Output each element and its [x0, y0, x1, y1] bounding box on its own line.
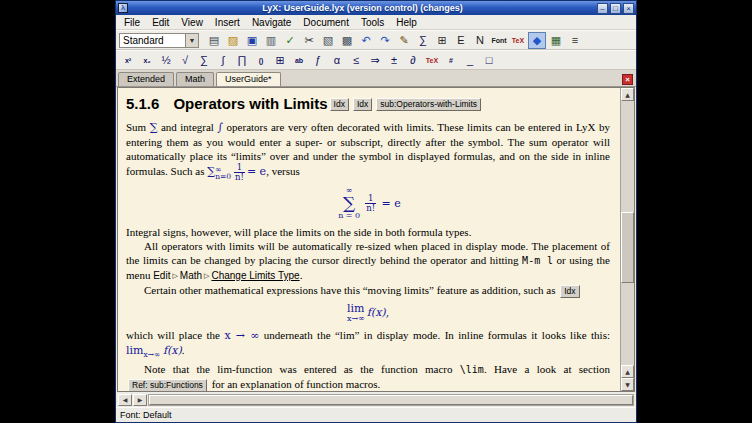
scroll-up-icon[interactable]: ▲ — [621, 88, 634, 101]
undo-icon[interactable]: ↶ — [357, 32, 375, 49]
insert-table-icon[interactable]: ⊞ — [433, 32, 451, 49]
font-dialog-icon[interactable]: Font — [490, 32, 508, 49]
spellcheck-icon[interactable]: ✓ — [281, 32, 299, 49]
desktop-background: λ LyX: UserGuide.lyx (version control) (… — [0, 0, 752, 423]
toolbar-math-icons: x²x₂½√∑∫∏()⊞abƒα≤⇒±∂TeX#_□ — [119, 52, 498, 69]
vertical-scrollbar[interactable]: ▲ ▲ ▼ — [620, 88, 634, 391]
matrix-icon[interactable]: ⊞ — [271, 52, 289, 69]
math-macro-icon[interactable]: ab — [290, 52, 308, 69]
close-button[interactable]: × — [623, 3, 634, 14]
vertical-scroll-track[interactable] — [621, 101, 634, 365]
display-formula[interactable]: limx→∞f(x), — [126, 303, 610, 323]
paragraph[interactable]: Note that the lim-function was entered a… — [126, 362, 610, 391]
tab-userguide[interactable]: UserGuide* — [216, 72, 281, 86]
paste-icon[interactable]: ▩ — [338, 32, 356, 49]
section-heading[interactable]: 5.1.6Operators with LimitsIdxIdxsub:Oper… — [126, 95, 610, 113]
scroll-right-icon[interactable]: ▶ — [133, 394, 147, 406]
misc-symbols-icon[interactable]: ∂ — [404, 52, 422, 69]
equation-number-icon[interactable]: # — [442, 52, 460, 69]
titlebar[interactable]: λ LyX: UserGuide.lyx (version control) (… — [116, 1, 636, 15]
math-panel-icon[interactable]: ◆ — [528, 32, 546, 49]
section-title: Operators with Limits — [173, 95, 327, 112]
tex-mode-icon[interactable]: TeX — [509, 32, 527, 49]
cut-icon[interactable]: ✂ — [300, 32, 318, 49]
noun-icon[interactable]: N — [471, 32, 489, 49]
toolbar-main: Standard ▼ ▤▨▣▥✓✂▧▩↶↷✎∑⊞ENFontTeX◆▦≡ — [116, 30, 636, 50]
emphasis-icon[interactable]: E — [452, 32, 470, 49]
fraction-icon[interactable]: ½ — [157, 52, 175, 69]
paragraph-style-value: Standard — [120, 35, 185, 46]
insert-math-icon[interactable]: ∑ — [414, 32, 432, 49]
section-number: 5.1.6 — [126, 95, 159, 112]
paragraph[interactable]: All operators with limits will be automa… — [126, 239, 610, 283]
display-toggle-icon[interactable]: □ — [480, 52, 498, 69]
lyx-window: λ LyX: UserGuide.lyx (version control) (… — [115, 0, 637, 423]
edit-icon[interactable]: ✎ — [395, 32, 413, 49]
delimiters-icon[interactable]: () — [252, 52, 270, 69]
menu-insert[interactable]: Insert — [209, 17, 246, 28]
frac: 1n! — [234, 163, 245, 182]
new-document-icon[interactable]: ▤ — [205, 32, 223, 49]
underop: limx→∞ — [347, 303, 365, 323]
subscript-icon[interactable]: x₂ — [138, 52, 156, 69]
menu-document[interactable]: Document — [297, 17, 355, 28]
toc-icon[interactable]: ≡ — [566, 32, 584, 49]
inset-badge[interactable]: Ref: sub:Functions — [128, 379, 207, 391]
status-text: Font: Default — [120, 410, 172, 420]
display-formula[interactable]: ∞∑n = 01n! = e — [126, 187, 610, 220]
integral-icon[interactable]: ∫ — [214, 52, 232, 69]
arrows-icon[interactable]: ⇒ — [366, 52, 384, 69]
document-body[interactable]: 5.1.6Operators with LimitsIdxIdxsub:Oper… — [118, 88, 620, 391]
relations-icon[interactable]: ≤ — [347, 52, 365, 69]
scroll-left-icon[interactable]: ◀ — [118, 394, 132, 406]
menu-tools[interactable]: Tools — [355, 17, 390, 28]
menu-navigate[interactable]: Navigate — [246, 17, 297, 28]
paragraph[interactable]: Integral signs, however, will place the … — [126, 225, 610, 239]
tex-code-icon[interactable]: TeX — [423, 52, 441, 69]
print-icon[interactable]: ▥ — [262, 32, 280, 49]
paragraph[interactable]: Certain other mathematical expressions h… — [126, 283, 610, 298]
frac: 1n! — [365, 194, 376, 213]
square-root-icon[interactable]: √ — [176, 52, 194, 69]
vertical-scroll-thumb[interactable] — [621, 212, 634, 283]
menu-help[interactable]: Help — [390, 17, 423, 28]
save-icon[interactable]: ▣ — [243, 32, 261, 49]
scroll-down-icon[interactable]: ▼ — [621, 378, 634, 391]
inset-badge[interactable]: sub:Operators-with-Limits — [376, 98, 481, 111]
tab-math[interactable]: Math — [176, 72, 214, 86]
inset-badge[interactable]: Idx — [330, 98, 349, 111]
inset-badge[interactable]: Idx — [353, 98, 372, 111]
menu-edit[interactable]: Edit — [146, 17, 175, 28]
horizontal-scroll-thumb[interactable] — [149, 395, 633, 405]
mstack: ∞n=0 — [215, 166, 231, 180]
paragraph[interactable]: which will place the x → ∞ underneath th… — [126, 328, 610, 362]
horizontal-scroll-track[interactable] — [148, 394, 634, 406]
main-area: 5.1.6Operators with LimitsIdxIdxsub:Oper… — [117, 87, 635, 392]
chevron-down-icon[interactable]: ▼ — [185, 34, 198, 47]
paragraph[interactable]: Sum ∑ and integral ∫ operators are very … — [126, 120, 610, 182]
menubar: FileEditViewInsertNavigateDocumentToolsH… — [116, 15, 636, 30]
tab-extended[interactable]: Extended — [118, 72, 174, 86]
paragraph-style-combo[interactable]: Standard ▼ — [119, 33, 199, 48]
greek-icon[interactable]: α — [328, 52, 346, 69]
menu-file[interactable]: File — [118, 17, 146, 28]
sum-icon[interactable]: ∑ — [195, 52, 213, 69]
math-spacing-icon[interactable]: _ — [461, 52, 479, 69]
menu-view[interactable]: View — [175, 17, 209, 28]
app-icon: λ — [118, 3, 128, 13]
minimize-button[interactable]: – — [597, 3, 608, 14]
superscript-icon[interactable]: x² — [119, 52, 137, 69]
functions-icon[interactable]: ƒ — [309, 52, 327, 69]
open-folder-icon[interactable]: ▨ — [224, 32, 242, 49]
inset-badge[interactable]: Idx — [560, 285, 579, 298]
maximize-button[interactable]: □ — [610, 3, 621, 14]
redo-icon[interactable]: ↷ — [376, 32, 394, 49]
copy-icon[interactable]: ▧ — [319, 32, 337, 49]
operators-icon[interactable]: ± — [385, 52, 403, 69]
product-icon[interactable]: ∏ — [233, 52, 251, 69]
insert-graphics-icon[interactable]: ▦ — [547, 32, 565, 49]
close-tab-icon[interactable]: × — [622, 74, 633, 85]
tabbar: ExtendedMathUserGuide*× — [116, 70, 636, 87]
toolbar-main-icons: ▤▨▣▥✓✂▧▩↶↷✎∑⊞ENFontTeX◆▦≡ — [205, 32, 584, 49]
scroll-up-icon-bottom[interactable]: ▲ — [621, 365, 634, 378]
